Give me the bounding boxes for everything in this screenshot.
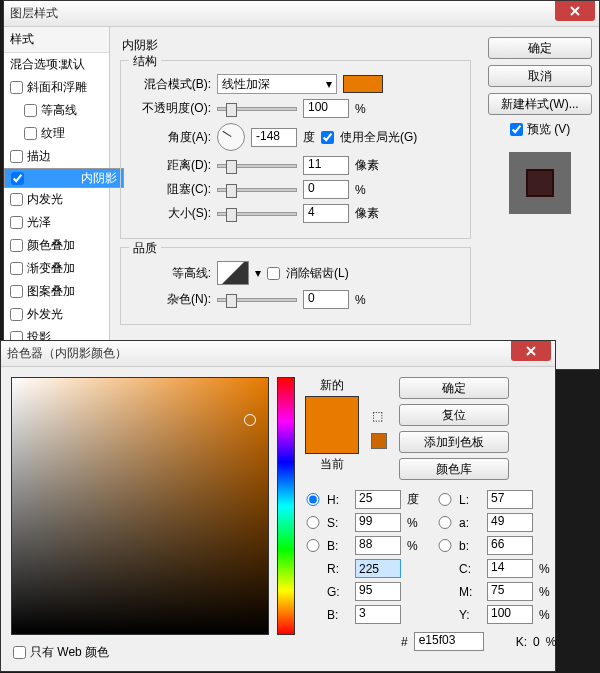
style-row-0[interactable]: 斜面和浮雕 xyxy=(4,76,109,99)
dual-swatch[interactable] xyxy=(305,396,359,454)
color-cursor[interactable] xyxy=(244,414,256,426)
preview-checkbox[interactable] xyxy=(510,123,523,136)
size-input[interactable]: 4 xyxy=(303,204,349,223)
cancel-button[interactable]: 取消 xyxy=(488,65,592,87)
style-checkbox[interactable] xyxy=(24,127,37,140)
titlebar[interactable]: 拾色器（内阴影颜色） xyxy=(1,341,555,367)
angle-dial[interactable] xyxy=(217,123,245,151)
color-libraries-button[interactable]: 颜色库 xyxy=(399,458,509,480)
style-row-10[interactable]: 外发光 xyxy=(4,303,109,326)
style-row-3[interactable]: 描边 xyxy=(4,145,109,168)
close-button[interactable] xyxy=(511,341,551,361)
distance-label: 距离(D): xyxy=(131,157,211,174)
layer-style-dialog: 图层样式 样式 混合选项:默认 斜面和浮雕等高线纹理描边内阴影内发光光泽颜色叠加… xyxy=(3,0,600,370)
global-light-label: 使用全局光(G) xyxy=(340,129,417,146)
style-checkbox[interactable] xyxy=(10,239,23,252)
angle-unit: 度 xyxy=(303,129,315,146)
blend-mode-select[interactable]: 线性加深▾ xyxy=(217,74,337,94)
preview-box xyxy=(509,152,571,214)
style-row-4[interactable]: 内阴影 xyxy=(4,168,124,188)
saturation-box[interactable] xyxy=(11,377,269,635)
hue-slider[interactable] xyxy=(277,377,295,635)
distance-input[interactable]: 11 xyxy=(303,156,349,175)
style-checkbox[interactable] xyxy=(10,150,23,163)
window-title: 拾色器（内阴影颜色） xyxy=(7,345,127,362)
distance-slider[interactable] xyxy=(217,164,297,168)
style-row-7[interactable]: 颜色叠加 xyxy=(4,234,109,257)
style-checkbox[interactable] xyxy=(10,81,23,94)
Bv-input[interactable]: 88 xyxy=(355,536,401,555)
color-values-grid: H:25度L:57S:99%a:49B:88%b:66R:225C:14%G:9… xyxy=(305,490,563,624)
style-row-2[interactable]: 纹理 xyxy=(4,122,109,145)
new-current-swatch: 新的 当前 xyxy=(305,377,359,480)
style-row-5[interactable]: 内发光 xyxy=(4,188,109,211)
current-label: 当前 xyxy=(320,456,344,473)
right-panel: 确定 取消 新建样式(W)... 预览 (V) xyxy=(481,27,599,369)
choke-unit: % xyxy=(355,183,391,197)
B-input[interactable]: 3 xyxy=(355,605,401,624)
add-swatch-button[interactable]: 添加到色板 xyxy=(399,431,509,453)
new-style-button[interactable]: 新建样式(W)... xyxy=(488,93,592,115)
style-row-9[interactable]: 图案叠加 xyxy=(4,280,109,303)
noise-input[interactable]: 0 xyxy=(303,290,349,309)
style-row-1[interactable]: 等高线 xyxy=(4,99,109,122)
mode-radio-S[interactable] xyxy=(305,516,321,529)
choke-input[interactable]: 0 xyxy=(303,180,349,199)
style-checkbox[interactable] xyxy=(10,216,23,229)
style-list: 样式 混合选项:默认 斜面和浮雕等高线纹理描边内阴影内发光光泽颜色叠加渐变叠加图… xyxy=(4,27,110,369)
ok-button[interactable]: 确定 xyxy=(488,37,592,59)
size-slider[interactable] xyxy=(217,212,297,216)
mode-radio-b[interactable] xyxy=(437,539,453,552)
style-checkbox[interactable] xyxy=(10,308,23,321)
close-button[interactable] xyxy=(555,1,595,21)
chevron-down-icon[interactable]: ▾ xyxy=(255,266,261,280)
a-input[interactable]: 49 xyxy=(487,513,533,532)
L-input[interactable]: 57 xyxy=(487,490,533,509)
gamut-warning-icon[interactable]: ⬚ xyxy=(372,409,386,423)
choke-slider[interactable] xyxy=(217,188,297,192)
quality-legend: 品质 xyxy=(129,240,161,257)
ok-button[interactable]: 确定 xyxy=(399,377,509,399)
Y-input[interactable]: 100 xyxy=(487,605,533,624)
size-label: 大小(S): xyxy=(131,205,211,222)
style-row-6[interactable]: 光泽 xyxy=(4,211,109,234)
contour-picker[interactable] xyxy=(217,261,249,285)
hex-input[interactable]: e15f03 xyxy=(414,632,484,651)
style-row-8[interactable]: 渐变叠加 xyxy=(4,257,109,280)
antialias-checkbox[interactable] xyxy=(267,267,280,280)
style-checkbox[interactable] xyxy=(11,172,24,185)
style-checkbox[interactable] xyxy=(10,285,23,298)
choke-label: 阻塞(C): xyxy=(131,181,211,198)
angle-input[interactable]: -148 xyxy=(251,128,297,147)
size-unit: 像素 xyxy=(355,205,391,222)
shadow-color-swatch[interactable] xyxy=(343,75,383,93)
mode-radio-Bv[interactable] xyxy=(305,539,321,552)
style-checkbox[interactable] xyxy=(10,262,23,275)
web-only-toggle[interactable]: 只有 Web 颜色 xyxy=(13,644,109,661)
reset-button[interactable]: 复位 xyxy=(399,404,509,426)
titlebar[interactable]: 图层样式 xyxy=(4,1,599,27)
k-input[interactable]: 0 xyxy=(533,635,540,649)
global-light-checkbox[interactable] xyxy=(321,131,334,144)
opacity-slider[interactable] xyxy=(217,107,297,111)
G-input[interactable]: 95 xyxy=(355,582,401,601)
M-input[interactable]: 75 xyxy=(487,582,533,601)
web-only-checkbox[interactable] xyxy=(13,646,26,659)
b-input[interactable]: 66 xyxy=(487,536,533,555)
blend-options-row[interactable]: 混合选项:默认 xyxy=(4,53,109,76)
mode-radio-H[interactable] xyxy=(305,493,321,506)
preview-toggle[interactable]: 预览 (V) xyxy=(510,121,570,138)
H-input[interactable]: 25 xyxy=(355,490,401,509)
style-checkbox[interactable] xyxy=(24,104,37,117)
R-input[interactable]: 225 xyxy=(355,559,401,578)
web-safe-swatch[interactable] xyxy=(371,433,387,449)
hex-label: # xyxy=(401,635,408,649)
mode-radio-L[interactable] xyxy=(437,493,453,506)
mode-radio-a[interactable] xyxy=(437,516,453,529)
style-checkbox[interactable] xyxy=(10,193,23,206)
new-label: 新的 xyxy=(320,377,344,394)
opacity-input[interactable]: 100 xyxy=(303,99,349,118)
C-input[interactable]: 14 xyxy=(487,559,533,578)
S-input[interactable]: 99 xyxy=(355,513,401,532)
noise-slider[interactable] xyxy=(217,298,297,302)
